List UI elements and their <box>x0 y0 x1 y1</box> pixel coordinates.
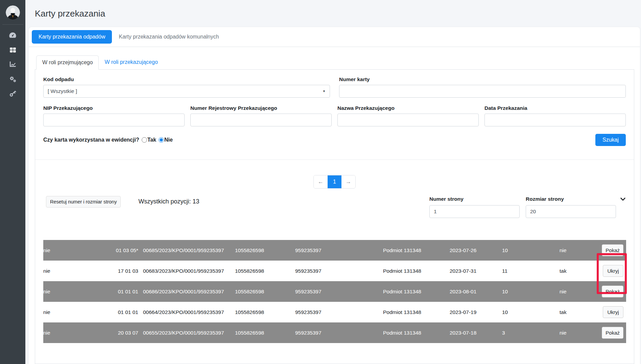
dashboard-gauge-icon[interactable] <box>0 28 25 43</box>
cell-visible: nie <box>560 240 602 261</box>
cell-transferor-name: Podmiot 131348 <box>383 322 450 343</box>
registry-number-label: Numer Rejestrowy Przekazującego <box>190 105 332 111</box>
search-button[interactable]: Szukaj <box>595 134 626 146</box>
cell-waste-code: 20 03 07 <box>104 322 143 343</box>
evidence-radio-option[interactable]: Nie <box>159 137 173 143</box>
waste-code-value: [ Wszystkie ] <box>48 88 77 94</box>
chevron-down-icon[interactable] <box>620 196 626 203</box>
table-body: nie 01 03 05* 00685/2023/KPO/0001/959235… <box>43 240 626 343</box>
cell-mass: 3 <box>502 322 560 343</box>
cell-used: nie <box>43 302 104 322</box>
page-size-input[interactable] <box>526 205 616 218</box>
registry-number-field: Numer Rejestrowy Przekazującego <box>190 105 332 126</box>
cell-waste-code: 01 01 01 <box>104 281 143 302</box>
main-tab[interactable]: Karty przekazania odpadów komunalnych <box>112 30 225 44</box>
cell-mass: 11 <box>502 261 560 281</box>
card-number-input[interactable] <box>339 85 626 98</box>
cell-card-number: 00685/2023/KPO/0001/959235397 <box>143 240 235 261</box>
cell-card-number: 00655/2023/KPO/0001/959235397 <box>143 322 235 343</box>
sidebar-divider <box>2 24 23 25</box>
nip-label: NIP Przekazującego <box>43 105 185 111</box>
cell-transferor-name: Podmiot 131348 <box>383 302 450 322</box>
row-action-button[interactable]: Ukryj <box>603 265 623 277</box>
evidence-radio-input[interactable] <box>142 137 147 143</box>
cell-nip: 1055826598 <box>235 281 295 302</box>
cell-nip: 1055826598 <box>235 322 295 343</box>
nip-input[interactable] <box>43 114 185 126</box>
user-avatar-icon[interactable] <box>6 5 20 20</box>
caret-down-icon: ▼ <box>323 90 326 93</box>
cell-action: Pokaż <box>602 322 626 343</box>
column-header <box>295 234 383 240</box>
cell-used: nie <box>43 322 104 343</box>
row-action-button[interactable]: Pokaż <box>602 244 623 256</box>
cell-registry-number: 959235397 <box>295 322 383 343</box>
prev-page-button[interactable]: ← <box>314 175 328 188</box>
table-header <box>43 234 626 240</box>
nip-field: NIP Przekazującego <box>43 105 185 126</box>
role-tab-label: W roli przekazującego <box>104 59 158 65</box>
page-title: Karty przekazania <box>35 8 105 19</box>
cell-action: Pokaż <box>602 240 626 261</box>
key-icon[interactable] <box>0 86 25 101</box>
reset-page-button[interactable]: Resetuj numer i rozmiar strony <box>46 196 121 208</box>
cell-transfer-date: 2023-07-31 <box>450 261 502 281</box>
chart-line-icon[interactable] <box>0 57 25 72</box>
page-controls: Numer strony Rozmiar strony <box>423 196 626 218</box>
role-tab-bar: W roli przejmującego W roli przekazujące… <box>35 55 634 70</box>
waste-code-select[interactable]: [ Wszystkie ] ▼ <box>43 85 330 98</box>
sidebar <box>0 0 25 364</box>
results-table-wrap: nie 01 03 05* 00685/2023/KPO/0001/959235… <box>43 234 626 343</box>
row-action-button[interactable]: Ukryj <box>603 306 623 318</box>
settings-gears-icon[interactable] <box>0 72 25 86</box>
table-row: nie 01 01 01 00664/2023/KPO/0001/9592353… <box>43 302 626 322</box>
column-header <box>450 234 502 240</box>
role-tab-label: W roli przejmującego <box>42 59 93 65</box>
column-header <box>502 234 560 240</box>
radio-search-row: Czy karta wykorzystana w ewidencji? Tak … <box>43 134 626 160</box>
page-number-input[interactable] <box>429 205 520 218</box>
table-row: nie 01 03 05* 00685/2023/KPO/0001/959235… <box>43 240 626 261</box>
table-row: nie 17 01 03 00683/2023/KPO/0001/9592353… <box>43 261 626 281</box>
results-controls: Resetuj numer i rozmiar strony Wszystkic… <box>43 196 626 218</box>
waste-code-label: Kod odpadu <box>43 76 330 82</box>
page-number-field: Numer strony <box>429 196 520 218</box>
evidence-question: Czy karta wykorzystana w ewidencji? Tak … <box>43 137 173 143</box>
transferor-name-input[interactable] <box>337 114 479 126</box>
cell-visible: tak <box>560 261 602 281</box>
evidence-radio-input[interactable] <box>159 137 164 143</box>
column-header <box>560 234 602 240</box>
table-row: nie 20 03 07 00655/2023/KPO/0001/9592353… <box>43 322 626 343</box>
cell-registry-number: 959235397 <box>295 240 383 261</box>
cell-visible: nie <box>560 322 602 343</box>
transferor-name-field: Nazwa Przekazującego <box>337 105 479 126</box>
card-number-field: Numer karty <box>339 76 626 98</box>
cell-action: Ukryj <box>602 261 626 281</box>
registry-number-input[interactable] <box>190 114 332 126</box>
row-action-button[interactable]: Pokaż <box>602 327 623 339</box>
role-tab[interactable]: W roli przejmującego <box>36 55 99 70</box>
transfer-date-input[interactable] <box>484 114 626 126</box>
main-tab-bar: Karty przekazania odpadów Karty przekaza… <box>29 27 640 47</box>
column-header <box>235 234 295 240</box>
next-page-button[interactable]: → <box>341 175 355 188</box>
cell-transfer-date: 2023-08-01 <box>450 281 502 302</box>
cell-transferor-name: Podmiot 131348 <box>383 261 450 281</box>
cell-used: nie <box>43 261 104 281</box>
current-page-button[interactable]: 1 <box>328 175 341 188</box>
main-tab[interactable]: Karty przekazania odpadów <box>32 30 112 44</box>
pagination-group: ← 1 → <box>313 175 356 189</box>
evidence-radio-option[interactable]: Tak <box>142 137 156 143</box>
cell-registry-number: 959235397 <box>295 281 383 302</box>
row-action-button[interactable]: Pokaż <box>602 286 623 297</box>
tables-icon[interactable] <box>0 43 25 57</box>
cell-used: nie <box>43 281 104 302</box>
cell-transferor-name: Podmiot 131348 <box>383 281 450 302</box>
card-body: W roli przejmującego W roli przekazujące… <box>29 47 640 364</box>
main-tab-label: Karty przekazania odpadów <box>39 34 105 40</box>
cell-registry-number: 959235397 <box>295 261 383 281</box>
cell-action: Ukryj <box>602 302 626 322</box>
cell-transfer-date: 2023-07-18 <box>450 322 502 343</box>
cell-card-number: 00683/2023/KPO/0001/959235397 <box>143 261 235 281</box>
role-tab[interactable]: W roli przekazującego <box>99 55 163 70</box>
